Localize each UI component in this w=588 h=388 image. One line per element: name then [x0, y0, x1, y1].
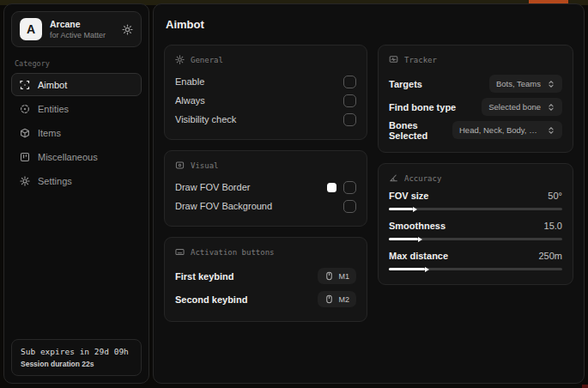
find-bone-type-row: Find bone type Selected bone	[389, 95, 562, 118]
accuracy-card: Accuracy FOV size 50°	[378, 163, 573, 285]
mouse-icon	[324, 271, 334, 281]
slider-fill	[389, 208, 413, 210]
visibility-check-row: Visibility check	[175, 110, 356, 129]
visual-title: Visual	[191, 161, 219, 170]
fov-border-label: Draw FOV Border	[175, 182, 250, 192]
slider-thumb[interactable]	[418, 237, 422, 242]
slider-thumb[interactable]	[413, 207, 417, 212]
sidebar-item-settings[interactable]: Settings	[11, 169, 142, 192]
angle-icon	[389, 173, 398, 183]
crosshair-icon	[20, 80, 30, 90]
visibility-check-label: Visibility check	[175, 114, 236, 124]
general-card: General Enable Always Visibility check	[164, 45, 367, 140]
fov-size-label: FOV size	[389, 191, 428, 201]
activation-card: Activation buttons First keybind M1	[164, 237, 367, 322]
sub-expires-text: Sub expires in 29d 09h	[21, 347, 132, 356]
first-keybind-button[interactable]: M1	[318, 268, 356, 284]
sidebar-item-label: Miscellaneous	[38, 152, 98, 162]
sidebar-item-items[interactable]: Items	[11, 121, 142, 144]
max-distance-group: Max distance 250m	[389, 251, 562, 270]
entities-icon	[20, 104, 30, 114]
mouse-icon	[324, 294, 334, 304]
left-column: General Enable Always Visibility check	[164, 45, 367, 332]
fov-size-group: FOV size 50°	[389, 191, 562, 210]
activation-header: Activation buttons	[175, 247, 356, 257]
settings-gear-icon[interactable]	[122, 24, 133, 35]
general-gear-icon	[175, 55, 185, 64]
accuracy-header: Accuracy	[389, 173, 562, 183]
sidebar-item-miscellaneous[interactable]: Miscellaneous	[11, 145, 142, 168]
fov-border-row: Draw FOV Border	[175, 178, 356, 197]
app-logo: A	[20, 18, 42, 40]
visibility-check-checkbox[interactable]	[343, 113, 356, 126]
general-title: General	[191, 56, 223, 64]
sidebar: A Arcane for Active Matter Category Aimb	[3, 3, 149, 384]
app-name: Arcane	[50, 19, 106, 29]
app-subtitle: for Active Matter	[50, 31, 106, 39]
fov-background-row: Draw FOV Background	[175, 197, 356, 215]
fov-background-label: Draw FOV Background	[175, 201, 272, 211]
first-keybind-label: First keybind	[175, 271, 233, 282]
selector-icon	[547, 80, 555, 88]
tracker-card: Tracker Targets Bots, Teams	[378, 45, 573, 153]
slider-fill	[389, 238, 418, 240]
fov-background-checkbox[interactable]	[343, 200, 356, 213]
fov-size-slider[interactable]	[389, 208, 562, 210]
find-bone-type-label: Find bone type	[389, 102, 456, 112]
session-duration-text: Session duration 22s	[21, 360, 132, 368]
second-keybind-value: M2	[338, 295, 349, 304]
selector-icon	[547, 126, 555, 135]
enable-checkbox[interactable]	[343, 76, 356, 88]
logo-text: Arcane for Active Matter	[50, 19, 106, 39]
visual-scan-icon	[175, 161, 185, 170]
game-background-red-patch	[582, 385, 588, 388]
max-distance-slider[interactable]	[389, 268, 562, 270]
layout-icon	[20, 152, 30, 162]
visual-header: Visual	[175, 161, 356, 170]
first-keybind-value: M1	[338, 272, 349, 281]
page-title: Aimbot	[166, 18, 572, 31]
slider-fill	[389, 268, 425, 270]
fov-border-color-swatch[interactable]	[327, 183, 336, 192]
visual-card: Visual Draw FOV Border Draw FOV Backgrou…	[164, 150, 367, 227]
selector-icon	[547, 103, 555, 112]
slider-thumb[interactable]	[425, 267, 429, 272]
general-header: General	[175, 55, 356, 64]
smoothness-slider[interactable]	[389, 238, 562, 240]
sidebar-item-label: Items	[38, 128, 61, 138]
targets-row: Targets Bots, Teams	[389, 72, 562, 95]
find-bone-type-dropdown[interactable]: Selected bone	[482, 98, 562, 116]
tracker-header: Tracker	[389, 55, 562, 64]
second-keybind-button[interactable]: M2	[318, 291, 356, 307]
subscription-status-card: Sub expires in 29d 09h Session duration …	[11, 339, 142, 376]
accuracy-title: Accuracy	[404, 174, 441, 183]
sidebar-item-aimbot[interactable]: Aimbot	[11, 73, 142, 96]
enable-label: Enable	[175, 76, 204, 87]
always-row: Always	[175, 91, 356, 110]
always-label: Always	[175, 95, 205, 106]
sidebar-item-label: Entities	[38, 104, 69, 114]
category-label: Category	[15, 59, 138, 68]
bones-selected-dropdown[interactable]: Head, Neck, Body, Pe..	[452, 121, 562, 139]
main-panel: Aimbot General Enable	[153, 3, 585, 384]
sidebar-item-entities[interactable]: Entities	[11, 97, 142, 120]
keyboard-icon	[175, 247, 185, 257]
targets-dropdown[interactable]: Bots, Teams	[489, 75, 562, 93]
sidebar-item-label: Aimbot	[38, 80, 67, 90]
tracker-monitor-icon	[389, 55, 398, 64]
fov-border-checkbox[interactable]	[343, 181, 356, 194]
enable-row: Enable	[175, 72, 356, 91]
sidebar-item-label: Settings	[38, 176, 72, 186]
right-column: Tracker Targets Bots, Teams	[378, 45, 573, 295]
bones-selected-label: Bones Selected	[389, 120, 452, 141]
gear-icon	[20, 176, 30, 186]
fov-size-value: 50°	[548, 191, 562, 201]
always-checkbox[interactable]	[343, 94, 356, 107]
cube-icon	[20, 128, 30, 138]
logo-card: A Arcane for Active Matter	[11, 11, 142, 47]
smoothness-label: Smoothness	[389, 221, 446, 231]
second-keybind-row: Second keybind M2	[175, 288, 356, 311]
max-distance-value: 250m	[538, 251, 562, 261]
activation-title: Activation buttons	[191, 248, 275, 257]
targets-label: Targets	[389, 79, 422, 89]
